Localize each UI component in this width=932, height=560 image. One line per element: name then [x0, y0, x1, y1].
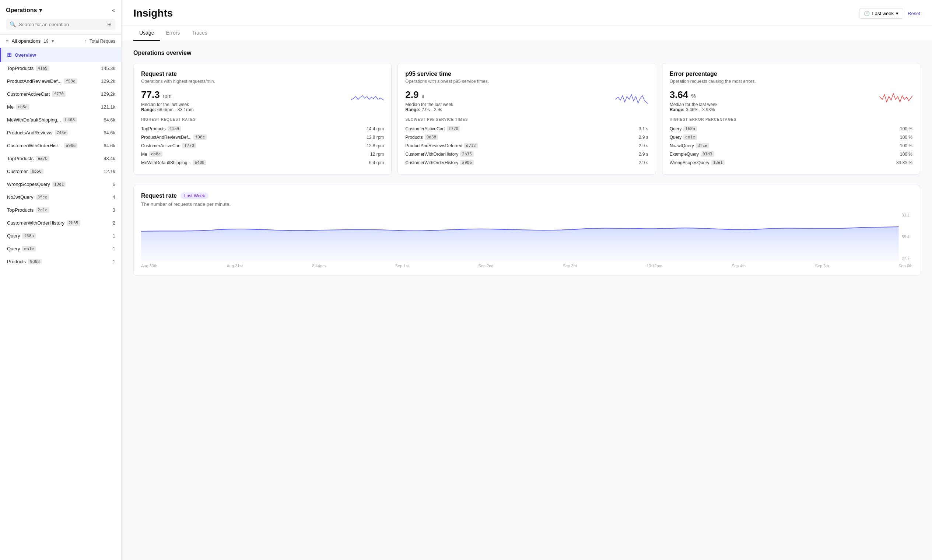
sort-asc-icon[interactable]: ↑ — [84, 38, 86, 44]
list-item[interactable]: TopProductsaa7b 48.4k — [0, 152, 121, 165]
list-item[interactable]: Queryf68a 1 — [0, 229, 121, 242]
list-item[interactable]: Queryea1e 1 — [0, 242, 121, 255]
operations-title: Operations — [6, 7, 37, 14]
table-row: Queryf68a 100 % — [670, 125, 912, 133]
request-rate-chart-card: Request rate Last Week The number of req… — [133, 185, 920, 276]
error-title: Error percentage — [670, 71, 912, 77]
tab-usage[interactable]: Usage — [133, 25, 160, 41]
y-label-min: 27.7 — [902, 256, 909, 261]
x-label: Sep 4th — [732, 264, 746, 268]
search-box: 🔍 ⊞ — [6, 19, 115, 30]
table-row: Products9d68 2.9 s — [405, 133, 648, 142]
search-input[interactable] — [19, 22, 104, 27]
x-label: 8:44pm — [312, 264, 326, 268]
sidebar-item-overview[interactable]: ⊞ Overview — [0, 48, 121, 62]
cards-row: Request rate Operations with highest req… — [133, 63, 920, 174]
table-row: ProductAndReviewsDeferredd712 2.9 s — [405, 142, 648, 150]
sidebar-header: Operations ▾ « 🔍 ⊞ — [0, 0, 121, 35]
table-row: CustomerActiveCartf770 12.8 rpm — [141, 142, 384, 150]
list-item[interactable]: TopProducts2c1c 3 — [0, 204, 121, 217]
x-label: Sep 5th — [815, 264, 829, 268]
operations-list: ⊞ Overview TopProducts41a9 145.3k Produc… — [0, 48, 121, 560]
reset-button[interactable]: Reset — [908, 11, 920, 16]
list-item[interactable]: NoJwtQuery3fce 4 — [0, 191, 121, 204]
y-label-max: 83.1 — [902, 213, 909, 217]
time-selector-button[interactable]: 🕐 Last week ▾ — [859, 8, 903, 19]
all-operations-label: All operations — [12, 38, 41, 44]
request-rate-sparkline — [351, 89, 384, 108]
chart-time-badge: Last Week — [180, 192, 208, 199]
ops-filter-row: ≡ All operations 19 ▾ ↑ Total Reques — [0, 35, 121, 48]
x-label: Sep 6th — [898, 264, 912, 268]
chart-body: 83.1 55.4 27.7 — [141, 213, 912, 261]
table-row: ProductAndReviewsDef...f98e 12.8 rpm — [141, 133, 384, 142]
list-item[interactable]: TopProducts41a9 145.3k — [0, 62, 121, 75]
table-row: ExampleQuery01d3 100 % — [670, 150, 912, 158]
table-row: CustomerWithOrderHistory2b35 2.9 s — [405, 150, 648, 158]
p95-service-time-card: p95 service time Operations with slowest… — [397, 63, 656, 174]
list-item[interactable]: MeWithDefaultShipping...b408 64.6k — [0, 114, 121, 126]
p95-range: Range: 2.9s - 2.9s — [405, 107, 453, 112]
table-row: MeWithDefaultShipping...b408 6.4 rpm — [141, 158, 384, 167]
p95-median: Median for the last week — [405, 102, 453, 107]
list-item[interactable]: ProductAndReviewsDef...f98e 129.2k — [0, 75, 121, 88]
ops-overview-title: Operations overview — [133, 50, 920, 56]
highest-request-rates-title: HIGHEST REQUEST RATES — [141, 117, 384, 122]
chevron-down-icon: ▾ — [39, 7, 42, 14]
y-axis-labels: 83.1 55.4 27.7 — [899, 213, 912, 261]
error-median: Median for the last week — [670, 102, 718, 107]
y-label-mid: 55.4 — [902, 235, 909, 239]
time-selector-label: Last week — [872, 11, 894, 16]
table-row: Mecb8c 12 rpm — [141, 150, 384, 158]
request-rate-median: Median for the last week — [141, 102, 194, 107]
search-icon: 🔍 — [9, 22, 16, 27]
p95-sparkline — [615, 89, 649, 108]
request-rate-range: Range: 68.6rpm - 83.1rpm — [141, 107, 194, 112]
list-item[interactable]: ProductsAndReviews743e 64.6k — [0, 126, 121, 139]
main-content-body: Operations overview Request rate Operati… — [122, 41, 932, 285]
overview-icon: ⊞ — [7, 52, 12, 58]
tabs-bar: Usage Errors Traces — [122, 25, 932, 41]
list-item[interactable]: Products9d68 1 — [0, 255, 121, 268]
page-title: Insights — [133, 8, 173, 25]
chart-desc: The number of requests made per minute. — [141, 202, 912, 207]
collapse-sidebar-button[interactable]: « — [112, 7, 115, 14]
x-axis-labels: Aug 30th Aug 31st 8:44pm Sep 1st Sep 2nd… — [141, 264, 912, 268]
tab-errors[interactable]: Errors — [160, 25, 186, 41]
x-label: Sep 2nd — [478, 264, 493, 268]
area-chart-svg — [141, 213, 899, 261]
error-sparkline — [879, 89, 912, 108]
list-item[interactable]: WrongScopesQuery13e1 6 — [0, 178, 121, 191]
x-label: Aug 30th — [141, 264, 157, 268]
operations-selector[interactable]: Operations ▾ — [6, 7, 42, 14]
p95-metric: 2.9 s Median for the last week Range: 2.… — [405, 89, 648, 112]
error-metric: 3.64 % Median for the last week Range: 3… — [670, 89, 912, 112]
x-label: Aug 31st — [227, 264, 243, 268]
list-item[interactable]: CustomerWithOrderHist...a986 64.6k — [0, 139, 121, 152]
error-percentage-card: Error percentage Operation requests caus… — [662, 63, 920, 174]
chevron-down-icon-filter[interactable]: ▾ — [52, 38, 54, 44]
request-rate-unit: rpm — [163, 93, 172, 99]
list-item[interactable]: CustomerWithOrderHistory2b35 2 — [0, 217, 121, 229]
error-value: 3.64 — [670, 89, 689, 100]
chart-title: Request rate — [141, 192, 177, 199]
chevron-down-icon-time: ▾ — [896, 11, 898, 16]
tab-traces[interactable]: Traces — [186, 25, 213, 41]
header-right: 🕐 Last week ▾ Reset — [859, 8, 920, 25]
x-label: Sep 3rd — [563, 264, 577, 268]
chart-header: Request rate Last Week — [141, 192, 912, 199]
main-content: Insights 🕐 Last week ▾ Reset Usage Error… — [122, 0, 932, 560]
request-rate-card: Request rate Operations with highest req… — [133, 63, 391, 174]
highest-error-title: HIGHEST ERROR PERCENTAGES — [670, 117, 912, 122]
list-item[interactable]: CustomerActiveCartf770 129.2k — [0, 88, 121, 100]
main-header: Insights 🕐 Last week ▾ Reset — [122, 0, 932, 25]
table-row: Queryea1e 100 % — [670, 133, 912, 142]
overview-label: Overview — [15, 52, 36, 58]
total-requests-label: Total Reques — [89, 38, 115, 44]
p95-unit: s — [421, 93, 424, 99]
layout-icon: ⊞ — [107, 22, 112, 27]
error-unit: % — [691, 93, 695, 99]
list-item[interactable]: Mecb8c 121.1k — [0, 100, 121, 114]
p95-title: p95 service time — [405, 71, 648, 77]
list-item[interactable]: Customerbb50 12.1k — [0, 165, 121, 178]
